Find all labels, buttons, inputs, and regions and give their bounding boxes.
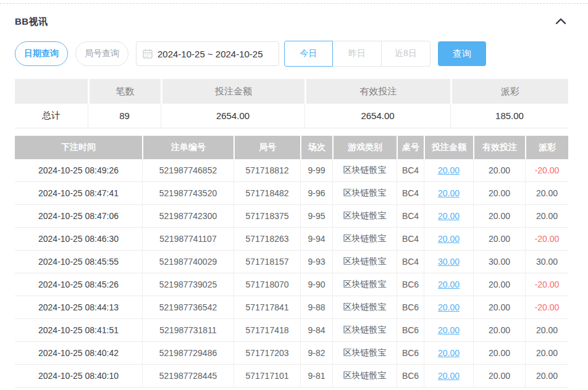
column-header-payout: 派彩 <box>525 136 568 159</box>
page-title: BB视讯 <box>15 16 48 28</box>
cell-bet-time: 2024-10-25 08:45:55 <box>15 251 142 273</box>
column-header-game-type: 游戏类别 <box>332 136 397 159</box>
table-row: 2024-10-25 08:44:13521987736542571717841… <box>15 296 568 319</box>
cell-order-number: 521987743520 <box>142 182 233 205</box>
summary-header-count: 笔数 <box>88 79 161 104</box>
bet-amount-link[interactable]: 20.00 <box>438 211 460 221</box>
bet-table-head-row: 下注时间注单编号局号场次游戏类别桌号投注金额有效投注派彩 <box>15 136 568 159</box>
chevron-up-icon <box>555 16 566 27</box>
cell-payout: 20.00 <box>525 319 568 342</box>
bet-table-body: 2024-10-25 08:49:26521987746852571718812… <box>15 159 568 388</box>
cell-bet-amount: 20.00 <box>424 296 473 319</box>
summary-header-valid-bet: 有效投注 <box>304 79 450 104</box>
cell-round-number: 571718812 <box>233 159 300 182</box>
cell-payout: 30.00 <box>525 251 568 273</box>
quick-range-today[interactable]: 今日 <box>284 41 333 67</box>
cell-valid-bet: 20.00 <box>473 182 525 205</box>
summary-total-payout: 185.00 <box>450 104 568 128</box>
cell-session: 9-90 <box>300 273 332 296</box>
cell-round-number: 571718482 <box>233 182 300 205</box>
cell-bet-amount: 20.00 <box>424 365 473 388</box>
section-header: BB视讯 <box>15 14 568 29</box>
filter-toolbar: 日期查询 局号查询 2024-10-25 ~ 2024-10-25 今日 昨日 … <box>15 41 568 67</box>
quick-range-last8days[interactable]: 近8日 <box>382 41 430 67</box>
date-range-input[interactable]: 2024-10-25 ~ 2024-10-25 <box>136 41 279 66</box>
cell-session: 9-94 <box>300 228 332 251</box>
cell-bet-amount: 20.00 <box>424 342 473 365</box>
summary-total-label: 总计 <box>15 104 88 128</box>
column-header-table-number: 桌号 <box>397 136 424 159</box>
cell-game-type: 区块链骰宝 <box>332 182 397 205</box>
quick-range-group: 今日 昨日 近8日 <box>284 41 430 67</box>
cell-round-number: 571718070 <box>233 273 300 296</box>
cell-payout: 20.00 <box>525 205 568 228</box>
cell-game-type: 区块链骰宝 <box>332 159 397 182</box>
cell-valid-bet: 20.00 <box>473 365 525 388</box>
cell-order-number: 521987739025 <box>142 273 233 296</box>
cell-valid-bet: 20.00 <box>473 273 525 296</box>
cell-bet-amount: 20.00 <box>424 228 473 251</box>
cell-session: 9-99 <box>300 159 332 182</box>
date-query-tab[interactable]: 日期查询 <box>15 41 68 66</box>
cell-bet-time: 2024-10-25 08:47:41 <box>15 182 142 205</box>
cell-round-number: 571718157 <box>233 251 300 273</box>
cell-valid-bet: 20.00 <box>473 296 525 319</box>
bet-amount-link[interactable]: 20.00 <box>438 371 460 381</box>
summary-total-count: 89 <box>88 104 161 128</box>
cell-table-number: BC6 <box>397 273 424 296</box>
table-row: 2024-10-25 08:46:30521987741107571718263… <box>15 228 568 251</box>
bet-amount-link[interactable]: 20.00 <box>438 348 460 358</box>
cell-session: 9-84 <box>300 319 332 342</box>
cell-bet-amount: 20.00 <box>424 205 473 228</box>
cell-valid-bet: 20.00 <box>473 342 525 365</box>
cell-table-number: BC6 <box>397 296 424 319</box>
table-row: 2024-10-25 08:47:06521987742300571718375… <box>15 205 568 228</box>
cell-round-number: 571717841 <box>233 296 300 319</box>
bet-amount-link[interactable]: 20.00 <box>438 165 460 175</box>
cell-payout: 20.00 <box>525 365 568 388</box>
column-header-bet-time: 下注时间 <box>15 136 142 159</box>
summary-header-row: 笔数 投注金额 有效投注 派彩 <box>15 79 568 104</box>
cell-table-number: BC4 <box>397 228 424 251</box>
bet-records-table: 下注时间注单编号局号场次游戏类别桌号投注金额有效投注派彩 2024-10-25 … <box>15 136 568 388</box>
cell-session: 9-81 <box>300 365 332 388</box>
cell-valid-bet: 20.00 <box>473 205 525 228</box>
cell-game-type: 区块链骰宝 <box>332 273 397 296</box>
bet-amount-link[interactable]: 20.00 <box>438 325 460 335</box>
cell-bet-amount: 20.00 <box>424 319 473 342</box>
cell-order-number: 521987731811 <box>142 319 233 342</box>
cell-bet-time: 2024-10-25 08:40:10 <box>15 365 142 388</box>
table-row: 2024-10-25 08:45:26521987739025571718070… <box>15 273 568 296</box>
cell-order-number: 521987742300 <box>142 205 233 228</box>
table-row: 2024-10-25 08:40:42521987729486571717203… <box>15 342 568 365</box>
quick-range-yesterday[interactable]: 昨日 <box>333 41 382 67</box>
cell-table-number: BC4 <box>397 251 424 273</box>
bet-amount-link[interactable]: 20.00 <box>438 280 460 289</box>
cell-bet-time: 2024-10-25 08:46:30 <box>15 228 142 251</box>
cell-game-type: 区块链骰宝 <box>332 251 397 273</box>
cell-table-number: BC4 <box>397 205 424 228</box>
cell-order-number: 521987741107 <box>142 228 233 251</box>
summary-header-bet-amount: 投注金额 <box>161 79 304 104</box>
summary-table: 笔数 投注金额 有效投注 派彩 总计 89 2654.00 2654.00 18… <box>15 79 568 128</box>
cell-bet-amount: 20.00 <box>424 182 473 205</box>
column-header-round-number: 局号 <box>233 136 300 159</box>
cell-bet-time: 2024-10-25 08:41:51 <box>15 319 142 342</box>
bet-amount-link[interactable]: 20.00 <box>438 188 460 198</box>
cell-game-type: 区块链骰宝 <box>332 228 397 251</box>
cell-bet-time: 2024-10-25 08:49:26 <box>15 159 142 182</box>
bet-amount-link[interactable]: 30.00 <box>438 257 460 267</box>
cell-round-number: 571717418 <box>233 319 300 342</box>
bet-amount-link[interactable]: 20.00 <box>438 302 460 312</box>
cell-order-number: 521987736542 <box>142 296 233 319</box>
search-button[interactable]: 查询 <box>438 41 486 66</box>
round-query-tab[interactable]: 局号查询 <box>75 41 128 66</box>
bet-amount-link[interactable]: 20.00 <box>438 234 460 244</box>
cell-bet-time: 2024-10-25 08:40:42 <box>15 342 142 365</box>
summary-total-valid-bet: 2654.00 <box>304 104 450 128</box>
calendar-icon <box>143 49 153 59</box>
collapse-section-button[interactable] <box>553 14 568 29</box>
cell-payout: 20.00 <box>525 182 568 205</box>
cell-valid-bet: 20.00 <box>473 159 525 182</box>
cell-game-type: 区块链骰宝 <box>332 365 397 388</box>
